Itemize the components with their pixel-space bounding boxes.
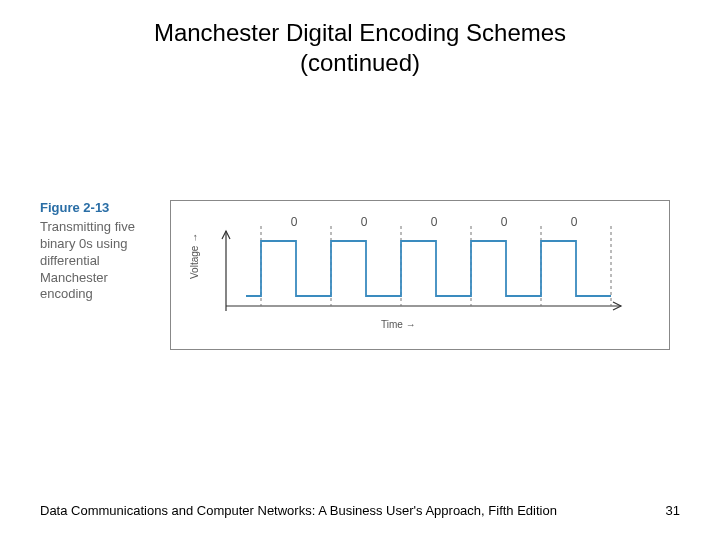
figure-area: Figure 2-13 Transmitting five binary 0s … <box>40 200 680 370</box>
bit-label-2: 0 <box>424 215 444 229</box>
title-line-1: Manchester Digital Encoding Schemes <box>154 19 566 46</box>
figure-number: Figure 2-13 <box>40 200 150 217</box>
figure-caption: Figure 2-13 Transmitting five binary 0s … <box>40 200 150 303</box>
encoding-diagram: 0 0 0 0 0 Voltage → Time → <box>170 200 670 350</box>
page-title: Manchester Digital Encoding Schemes (con… <box>0 0 720 78</box>
bit-label-1: 0 <box>354 215 374 229</box>
page-number: 31 <box>666 503 680 518</box>
bit-label-4: 0 <box>564 215 584 229</box>
waveform-svg <box>171 201 671 351</box>
bit-label-3: 0 <box>494 215 514 229</box>
x-axis-label: Time → <box>381 319 416 330</box>
bit-label-0: 0 <box>284 215 304 229</box>
figure-caption-text: Transmitting five binary 0s using differ… <box>40 219 135 302</box>
footer-text: Data Communications and Computer Network… <box>40 503 557 518</box>
title-line-2: (continued) <box>300 49 420 76</box>
slide-footer: Data Communications and Computer Network… <box>40 503 680 518</box>
y-axis-label: Voltage → <box>189 233 200 279</box>
signal-waveform <box>246 241 611 296</box>
